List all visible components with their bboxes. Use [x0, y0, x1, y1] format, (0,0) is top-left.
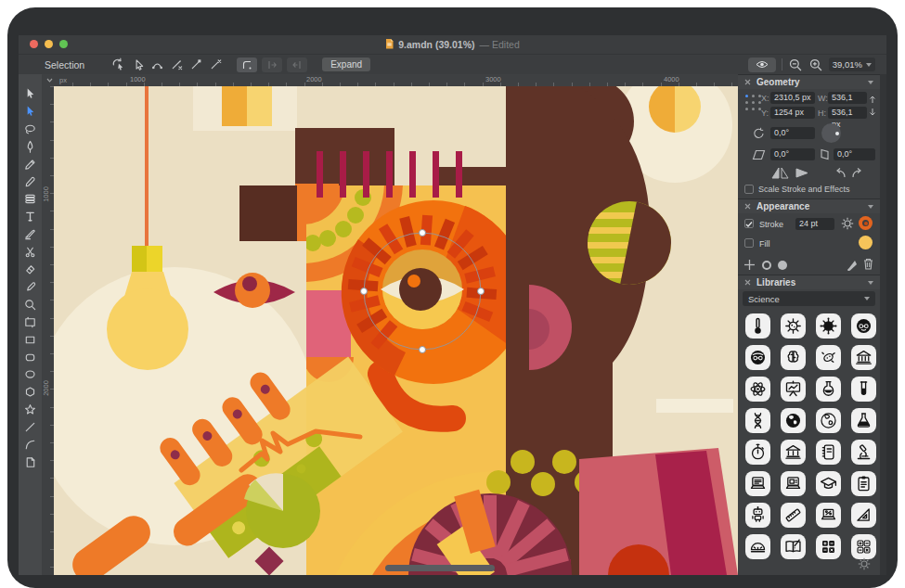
library-icon-laptop-percent[interactable] — [816, 503, 841, 528]
arc-shape-tool[interactable] — [23, 438, 37, 452]
rectangle-tool[interactable] — [23, 333, 37, 347]
appearance-header[interactable]: Appearance — [738, 198, 880, 213]
zoom-in-button[interactable] — [808, 58, 823, 72]
star-tool[interactable] — [23, 403, 37, 416]
library-icon-globe-outline[interactable] — [816, 408, 841, 433]
snap-options-button[interactable] — [237, 58, 257, 72]
flip-horizontal-icon[interactable] — [771, 167, 789, 179]
close-icon[interactable] — [744, 203, 751, 210]
library-icon-presentation-chart[interactable] — [781, 377, 806, 402]
library-icon-graduation-cap[interactable] — [816, 471, 841, 496]
library-icon-laptop-video[interactable] — [781, 471, 806, 496]
scissors-tool[interactable] — [23, 245, 37, 259]
draw-tool[interactable] — [23, 175, 37, 189]
close-icon[interactable] — [744, 79, 751, 85]
h-field[interactable]: 536,1 px — [828, 107, 867, 119]
ellipse-tool[interactable] — [23, 367, 37, 381]
scale-stroke-checkbox[interactable] — [744, 185, 754, 194]
document-canvas[interactable] — [54, 86, 738, 575]
library-settings-gear-icon[interactable] — [858, 557, 871, 572]
close-icon[interactable] — [744, 279, 751, 286]
move-tool[interactable] — [23, 87, 37, 101]
library-icon-erlenmeyer-flask[interactable] — [851, 408, 876, 433]
library-icon-dna[interactable] — [745, 408, 770, 433]
chevron-down-icon[interactable] — [868, 281, 873, 285]
stroke-checkbox[interactable] — [744, 219, 754, 228]
pencil-tool[interactable] — [23, 158, 37, 172]
skew-horizontal-field[interactable]: 0,0° — [770, 148, 815, 160]
library-icon-test-tube[interactable] — [851, 377, 876, 402]
library-icon-book-pen[interactable] — [781, 534, 806, 559]
library-icon-laptop-text[interactable] — [745, 471, 770, 496]
artboard-tool[interactable] — [23, 315, 37, 329]
rotate-pointer-tool[interactable] — [110, 57, 126, 72]
w-field[interactable]: 536,1 px — [828, 92, 867, 104]
style-pen-button[interactable] — [847, 259, 858, 271]
library-icon-calculator-filled[interactable] — [816, 534, 841, 559]
expand-button[interactable]: Expand — [322, 58, 370, 71]
rotation-field[interactable]: 0,0° — [770, 127, 815, 139]
panel-scrollbar-gutter[interactable] — [880, 74, 886, 575]
zoom-level-select[interactable]: 39,01% — [829, 58, 875, 71]
line-tool[interactable] — [23, 420, 37, 434]
library-icon-protractor[interactable] — [745, 534, 770, 559]
ruler-options-button[interactable] — [42, 74, 58, 86]
library-icon-virus-outline[interactable] — [781, 313, 806, 339]
library-icon-clipboard[interactable] — [851, 471, 876, 496]
library-icon-ruler[interactable] — [781, 503, 806, 528]
sheet-tool[interactable] — [23, 455, 37, 469]
rounded-rectangle-tool[interactable] — [23, 351, 37, 364]
skew-vertical-field[interactable]: 0,0° — [834, 148, 875, 160]
undo-icon[interactable] — [834, 167, 847, 179]
library-icon-robot[interactable] — [745, 503, 770, 528]
corner-tool[interactable] — [169, 57, 185, 72]
text-tool[interactable] — [23, 210, 37, 224]
eyedropper-tool[interactable] — [23, 280, 37, 294]
new-stroke-button[interactable] — [761, 260, 772, 271]
flip-vertical-icon[interactable] — [795, 167, 809, 179]
x-field[interactable]: 2310,5 px — [770, 92, 815, 104]
library-icon-bank[interactable] — [851, 345, 876, 370]
zoom-tool[interactable] — [23, 298, 37, 312]
new-fill-button[interactable] — [777, 260, 788, 271]
link-wh-icon[interactable] — [869, 95, 876, 117]
horizontal-scrollbar[interactable] — [385, 565, 495, 571]
fill-color-swatch[interactable] — [859, 236, 873, 249]
direct-node-tool[interactable] — [130, 57, 146, 72]
geometry-header[interactable]: Geometry — [738, 74, 880, 89]
knife-tool[interactable] — [23, 227, 37, 241]
library-icon-scientist-man[interactable] — [851, 313, 876, 339]
libraries-header[interactable]: Libraries — [738, 275, 880, 289]
library-icon-microscope[interactable] — [851, 440, 876, 465]
stroke-settings-gear-icon[interactable] — [841, 217, 854, 230]
layers-tool[interactable] — [23, 192, 37, 206]
library-select[interactable]: Science — [743, 291, 875, 306]
library-icon-virus-filled[interactable] — [816, 313, 841, 339]
library-icon-globe-filled[interactable] — [781, 408, 806, 433]
library-icon-calculator-outline[interactable] — [851, 534, 876, 559]
library-icon-scientist-woman[interactable] — [745, 345, 770, 370]
library-icon-bacteria[interactable] — [816, 345, 841, 370]
fill-checkbox[interactable] — [744, 238, 754, 248]
polygon-tool[interactable] — [23, 385, 37, 399]
library-icon-museum[interactable] — [781, 440, 806, 465]
rotation-knob[interactable] — [821, 123, 841, 143]
zoom-out-button[interactable] — [788, 58, 803, 72]
library-icon-brain[interactable] — [781, 345, 806, 370]
library-icon-set-square[interactable] — [851, 503, 876, 528]
preview-eye-button[interactable] — [748, 58, 776, 72]
delete-node-tool[interactable] — [208, 57, 224, 72]
library-icon-notebook[interactable] — [816, 440, 841, 465]
library-icon-round-flask[interactable] — [816, 377, 841, 402]
library-icon-thermometer[interactable] — [745, 313, 770, 339]
add-appearance-button[interactable] — [743, 259, 756, 271]
add-node-tool[interactable] — [188, 57, 204, 72]
selection-tool[interactable] — [23, 105, 37, 119]
stroke-width-field[interactable]: 24 pt — [795, 218, 834, 230]
arc-tool[interactable] — [149, 57, 165, 72]
library-icon-atom[interactable] — [745, 377, 770, 402]
eraser-tool[interactable] — [23, 262, 37, 276]
lasso-tool[interactable] — [23, 122, 37, 136]
pen-tool[interactable] — [23, 140, 37, 154]
y-field[interactable]: 1254 px — [770, 107, 815, 119]
